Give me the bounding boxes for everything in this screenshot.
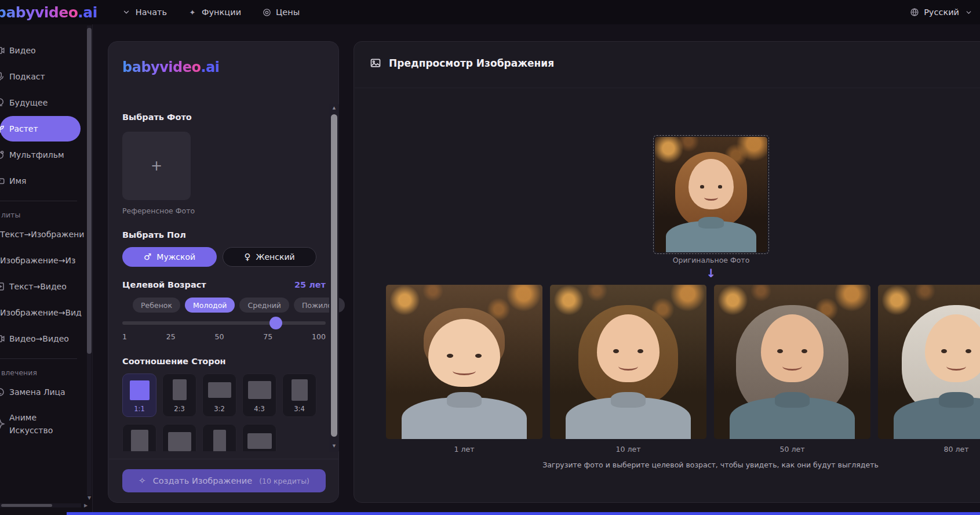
- crystal-ball-icon: [0, 97, 5, 108]
- sidebar-item-anime-art[interactable]: Аниме Искусство: [0, 405, 79, 443]
- create-image-button[interactable]: ✧ Создать Изображение (10 кредиты): [122, 469, 326, 492]
- generator-panel: babyvideo.ai Выбрать Фото + Референсное …: [108, 41, 339, 503]
- panel-footer-divider: [109, 459, 338, 459]
- aspect-option-extra-3[interactable]: [202, 424, 236, 451]
- gender-male-button[interactable]: ♂ Мужской: [122, 247, 217, 267]
- create-image-label: Создать Изображение: [153, 476, 253, 485]
- sidebar-item-podcast[interactable]: Подкаст: [0, 64, 79, 89]
- age-slider-track[interactable]: [122, 321, 326, 325]
- plus-icon: +: [151, 158, 162, 174]
- gender-female-label: Женский: [256, 252, 294, 262]
- target-age-value: 25 лет: [294, 280, 326, 289]
- result-image-1: [386, 285, 542, 439]
- photo-upload-box[interactable]: +: [122, 132, 191, 200]
- sidebar-item-image-to-image[interactable]: Изображение→Из: [0, 248, 79, 273]
- sidebar-item-label: Аниме Искусство: [0, 411, 58, 437]
- sidebar-item-label: Текст→Видео: [0, 282, 67, 291]
- chevron-down-icon: [964, 8, 973, 17]
- aspect-option-2-3[interactable]: 2:3: [162, 373, 196, 417]
- aspect-option-3-4[interactable]: 3:4: [282, 373, 316, 417]
- scroll-down-arrow-icon[interactable]: ▼: [86, 495, 92, 501]
- original-photo-caption: Оригинальное Фото: [653, 256, 769, 264]
- male-icon: ♂: [144, 252, 151, 262]
- panel-logo: babyvideo.ai: [122, 59, 220, 75]
- aspect-shape: [213, 430, 226, 451]
- language-selector[interactable]: Русский: [910, 8, 973, 17]
- age-slider-thumb[interactable]: [269, 317, 282, 329]
- aspect-option-extra-2[interactable]: [162, 424, 196, 451]
- sidebar-item-label: Растет: [0, 124, 38, 133]
- result-age-label: 80 лет: [878, 445, 980, 454]
- sparkles-icon: ✦: [188, 8, 197, 17]
- sidebar-item-video[interactable]: Видео: [0, 38, 79, 63]
- aspect-option-3-2[interactable]: 3:2: [202, 373, 236, 417]
- sidebar-section-utilities: литы: [0, 208, 92, 221]
- brand-logo[interactable]: babyvideo.ai: [0, 4, 97, 21]
- aspect-shape: [131, 430, 148, 451]
- age-chip-young[interactable]: Молодой: [185, 298, 235, 313]
- create-image-credits: (10 кредиты): [259, 477, 309, 485]
- sidebar-item-label: Замена Лица: [0, 387, 65, 397]
- aspect-option-extra-4[interactable]: [242, 424, 276, 451]
- nav-start[interactable]: Начать: [122, 8, 167, 17]
- age-slider-ticks: 1 25 50 75 100: [122, 332, 326, 341]
- image-icon: [370, 57, 381, 69]
- nav-start-label: Начать: [136, 8, 167, 17]
- sidebar-item-text-to-image[interactable]: Текст→Изображени: [0, 222, 79, 247]
- nav-features[interactable]: ✦ Функции: [188, 8, 241, 17]
- sidebar-item-label: Изображение→Вид: [0, 308, 82, 317]
- aspect-shape: [168, 432, 191, 451]
- preview-hint-text: Загрузите фото и выберите целевой возрас…: [386, 460, 980, 469]
- result-age-label: 1 лет: [386, 445, 542, 454]
- aspect-option-label: 2:3: [174, 405, 185, 413]
- scroll-right-arrow-icon[interactable]: ▶: [83, 503, 89, 509]
- panel-logo-text: babyvideo: [122, 59, 201, 75]
- aspect-shape: [130, 380, 150, 400]
- preview-header-divider: [355, 88, 980, 88]
- gender-male-label: Мужской: [156, 252, 195, 262]
- female-icon: ♀: [244, 252, 250, 262]
- age-chip-middle[interactable]: Средний: [239, 298, 289, 313]
- aspect-option-extra-1[interactable]: [122, 424, 156, 451]
- aspect-option-1-1[interactable]: 1:1: [122, 373, 156, 417]
- sidebar-item-face-swap[interactable]: Замена Лица: [0, 379, 79, 405]
- choose-gender-label: Выбрать Пол: [122, 230, 186, 240]
- arrow-down-icon: ↓: [653, 266, 769, 280]
- sidebar-item-label: Видео: [0, 46, 36, 55]
- sidebar-item-cartoon[interactable]: Мультфильм: [0, 142, 79, 168]
- nav-pricing-label: Цены: [276, 8, 300, 17]
- aspect-option-4-3[interactable]: 4:3: [242, 373, 276, 417]
- aspect-ratio-label: Соотношение Сторон: [122, 357, 226, 366]
- scroll-down-arrow-icon[interactable]: ▼: [329, 444, 339, 448]
- result-age-10: 10 лет: [550, 285, 706, 454]
- tick-label: 25: [166, 332, 176, 341]
- result-age-80: 80 лет: [878, 285, 980, 454]
- aspect-option-label: 4:3: [254, 405, 265, 413]
- aspect-option-label: 3:4: [294, 405, 305, 413]
- age-chip-child[interactable]: Ребенок: [133, 298, 180, 313]
- sidebar-item-text-to-video[interactable]: Текст→Видео: [0, 274, 79, 299]
- text-video-icon: [0, 281, 5, 292]
- sidebar-item-video-to-video[interactable]: Видео→Видео: [0, 326, 79, 351]
- age-results-row: 1 лет 10 лет 50 лет 80 лет: [386, 285, 980, 454]
- sidebar-horizontal-scrollbar-thumb[interactable]: [1, 504, 52, 507]
- panel-scrollbar-thumb[interactable]: [331, 114, 337, 437]
- cartoon-icon: [0, 150, 5, 160]
- original-photo: [653, 135, 769, 254]
- nav-pricing[interactable]: Цены: [262, 8, 300, 17]
- sidebar-item-name[interactable]: Имя: [0, 168, 79, 194]
- sidebar-vertical-scrollbar-thumb[interactable]: [87, 28, 92, 354]
- brand-logo-ai: .ai: [78, 4, 97, 21]
- sidebar-item-image-to-video[interactable]: Изображение→Вид: [0, 300, 79, 325]
- gender-female-button[interactable]: ♀ Женский: [223, 247, 316, 267]
- scroll-up-arrow-icon[interactable]: ▲: [329, 106, 339, 110]
- panel-logo-ai: .ai: [201, 59, 220, 75]
- page-horizontal-scrollbar-thumb[interactable]: [67, 512, 980, 515]
- aspect-shape: [173, 379, 187, 400]
- sidebar: Видео Подкаст Будущее Растет Мультфильм …: [0, 24, 93, 515]
- topbar: babyvideo.ai Начать ✦ Функции Цены: [0, 0, 980, 24]
- sidebar-item-grow[interactable]: Растет: [0, 116, 81, 142]
- result-image-50: [714, 285, 870, 439]
- sidebar-item-future[interactable]: Будущее: [0, 90, 79, 115]
- coin-icon: [262, 8, 271, 17]
